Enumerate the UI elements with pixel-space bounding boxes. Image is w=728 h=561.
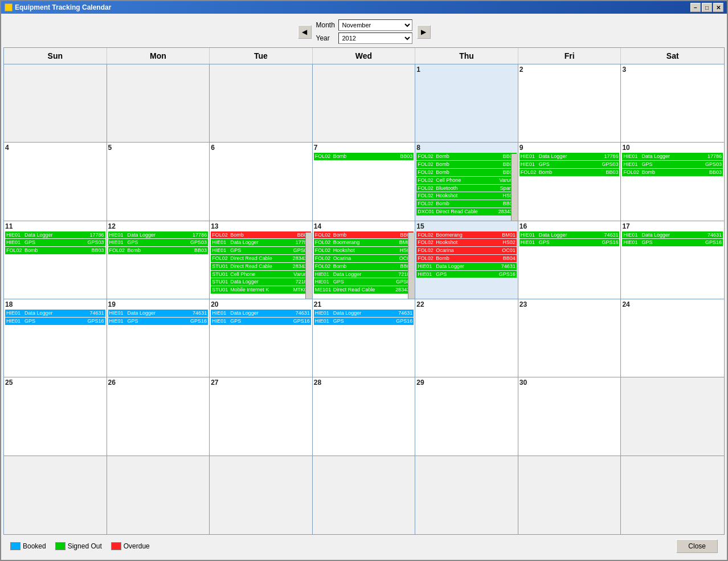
event-item[interactable]: HIE01GPSGPS03 xyxy=(108,239,208,246)
calendar-cell[interactable]: 9HIE01Data Logger17786HIE01GPSGPS03FOL02… xyxy=(518,143,621,220)
event-item[interactable]: HIE01Data Logger17786 xyxy=(622,153,723,160)
event-item[interactable]: HIE01Data Logger17786 xyxy=(520,153,620,160)
calendar-cell[interactable] xyxy=(107,456,210,534)
event-item[interactable]: HIE01GPSGPS16 xyxy=(416,271,517,278)
calendar-cell[interactable] xyxy=(313,456,416,534)
calendar-cell[interactable]: 23 xyxy=(518,299,621,377)
year-select[interactable]: 2012 xyxy=(338,32,412,44)
calendar-cell[interactable]: 10HIE01Data Logger17786HIE01GPSGPS03FOL0… xyxy=(621,143,724,220)
prev-month-button[interactable]: ◀ xyxy=(298,25,312,39)
event-item[interactable]: FOL02BombBB01 xyxy=(416,153,517,160)
event-item[interactable]: FOL02BombBB03 xyxy=(108,247,208,254)
calendar-cell[interactable]: 22 xyxy=(415,299,518,377)
event-item[interactable]: FOL02OcarinaOC01 xyxy=(314,255,414,262)
event-item[interactable]: FOL02BombBB03 xyxy=(211,231,311,239)
calendar-cell[interactable]: 27 xyxy=(210,377,313,455)
event-item[interactable]: FOL02BoomerangBM01 xyxy=(416,231,517,239)
event-item[interactable]: FOL02BombBB03 xyxy=(622,169,723,176)
calendar-cell[interactable]: 26 xyxy=(107,377,210,455)
calendar-cell[interactable]: 25 xyxy=(4,377,107,455)
calendar-cell[interactable]: 20HIE01Data Logger74631HIE01GPSGPS16 xyxy=(210,299,313,377)
event-item[interactable]: HIE01Data Logger17786 xyxy=(108,231,208,239)
event-item[interactable]: FOL02BombBB03 xyxy=(416,169,517,176)
event-item[interactable]: HIE01Data Logger17786 xyxy=(211,239,311,246)
calendar-cell[interactable]: 4 xyxy=(4,143,107,220)
event-item[interactable]: HIE01Data Logger72184 xyxy=(314,271,414,278)
calendar-cell[interactable]: 18HIE01Data Logger74631HIE01GPSGPS16 xyxy=(4,299,107,377)
event-item[interactable]: STU01Cell PhoneVaruna xyxy=(211,271,311,278)
event-item[interactable]: STU01Data Logger72184 xyxy=(211,278,311,286)
calendar-cell[interactable]: 12HIE01Data Logger17786HIE01GPSGPS03FOL0… xyxy=(107,221,210,299)
scroll-indicator[interactable] xyxy=(511,154,518,220)
calendar-cell[interactable]: 8FOL02BombBB01FOL02BombBB02FOL02BombBB03… xyxy=(415,143,518,220)
event-item[interactable]: HIE01GPSGPS16 xyxy=(622,239,723,246)
calendar-cell[interactable]: 17HIE01Data Logger74631HIE01GPSGPS16 xyxy=(621,221,724,299)
event-item[interactable]: DXC01Direct Read Cable283437 xyxy=(416,208,517,216)
close-button[interactable]: Close xyxy=(676,539,718,553)
event-item[interactable]: STU01Direct Read Cable283433 xyxy=(211,263,311,270)
calendar-cell[interactable] xyxy=(518,456,621,534)
maximize-button[interactable]: □ xyxy=(702,3,712,12)
calendar-cell[interactable]: 30 xyxy=(518,377,621,455)
event-item[interactable]: FOL02HookshotHS02 xyxy=(314,247,414,254)
calendar-cell[interactable] xyxy=(621,456,724,534)
event-item[interactable]: HIE01Data Logger74631 xyxy=(5,310,105,317)
calendar-cell[interactable] xyxy=(4,64,107,142)
event-item[interactable]: HIE01GPSGPS03 xyxy=(211,247,311,254)
event-item[interactable]: HIE01Data Logger74631 xyxy=(520,231,620,239)
event-item[interactable]: FOL02BombBB03 xyxy=(314,153,414,160)
event-item[interactable]: FOL02OcarinaOC01 xyxy=(416,247,517,254)
calendar-cell[interactable]: 19HIE01Data Logger74631HIE01GPSGPS16 xyxy=(107,299,210,377)
event-item[interactable]: HIE01GPSGPS03 xyxy=(314,278,414,286)
close-window-button[interactable]: ✕ xyxy=(713,3,723,12)
calendar-cell[interactable]: 16HIE01Data Logger74631HIE01GPSGPS16 xyxy=(518,221,621,299)
event-item[interactable]: FOL02BombBB03 xyxy=(520,169,620,176)
event-item[interactable]: FOL02BombBB04 xyxy=(416,255,517,262)
calendar-cell[interactable]: 1 xyxy=(415,64,518,142)
event-item[interactable]: FOL02BoomerangBM01 xyxy=(314,239,414,246)
event-item[interactable]: HIE01Data Logger74631 xyxy=(416,263,517,270)
calendar-cell[interactable]: 7FOL02BombBB03 xyxy=(313,143,416,220)
event-item[interactable]: FOL02BombBB03 xyxy=(314,231,414,239)
event-item[interactable]: HIE01Data Logger74631 xyxy=(314,310,414,317)
event-item[interactable]: ME101Direct Read Cable283437 xyxy=(314,286,414,294)
event-item[interactable]: FOL02BombBB03 xyxy=(5,247,105,254)
event-item[interactable]: FOL02BombBB04 xyxy=(314,263,414,270)
event-item[interactable]: HIE01GPSGPS16 xyxy=(108,318,208,325)
calendar-cell[interactable]: 13FOL02BombBB03HIE01Data Logger17786HIE0… xyxy=(210,221,313,299)
calendar-cell[interactable] xyxy=(210,456,313,534)
event-item[interactable]: HIE01GPSGPS16 xyxy=(314,318,414,325)
calendar-cell[interactable]: 21HIE01Data Logger74631HIE01GPSGPS16 xyxy=(313,299,416,377)
event-item[interactable]: HIE01GPSGPS16 xyxy=(520,239,620,246)
calendar-cell[interactable] xyxy=(313,64,416,142)
calendar-cell[interactable] xyxy=(621,377,724,455)
next-month-button[interactable]: ▶ xyxy=(417,25,431,39)
event-item[interactable]: FOL02Cell PhoneVaruna xyxy=(416,177,517,184)
event-item[interactable]: FOL02Direct Read Cable283433 xyxy=(211,255,311,262)
scroll-indicator[interactable] xyxy=(408,233,415,299)
calendar-cell[interactable]: 6 xyxy=(210,143,313,220)
calendar-cell[interactable] xyxy=(210,64,313,142)
event-item[interactable]: FOL02HookshotHS02 xyxy=(416,239,517,246)
event-item[interactable]: FOL02BombBB02 xyxy=(416,161,517,168)
minimize-button[interactable]: − xyxy=(690,3,701,12)
calendar-cell[interactable]: 5 xyxy=(107,143,210,220)
calendar-cell[interactable]: 15FOL02BoomerangBM01FOL02HookshotHS02FOL… xyxy=(415,221,518,299)
calendar-cell[interactable] xyxy=(415,456,518,534)
calendar-cell[interactable]: 11HIE01Data Logger17786HIE01GPSGPS03FOL0… xyxy=(4,221,107,299)
event-item[interactable]: HIE01GPSGPS03 xyxy=(5,239,105,246)
calendar-cell[interactable]: 3 xyxy=(621,64,724,142)
event-item[interactable]: STU01Mobile Internet KMTK04 xyxy=(211,286,311,294)
event-item[interactable]: HIE01Data Logger17786 xyxy=(5,231,105,239)
event-item[interactable]: HIE01Data Logger74631 xyxy=(622,231,723,239)
calendar-cell[interactable]: 14FOL02BombBB03FOL02BoomerangBM01FOL02Ho… xyxy=(313,221,416,299)
calendar-cell[interactable] xyxy=(4,456,107,534)
event-item[interactable]: FOL02BombBB03 xyxy=(416,200,517,208)
calendar-cell[interactable] xyxy=(107,64,210,142)
calendar-cell[interactable]: 24 xyxy=(621,299,724,377)
scroll-indicator[interactable] xyxy=(305,233,312,299)
event-item[interactable]: FOL02HookshotHS01 xyxy=(416,192,517,200)
event-item[interactable]: HIE01GPSGPS16 xyxy=(5,318,105,325)
calendar-cell[interactable]: 29 xyxy=(415,377,518,455)
calendar-cell[interactable]: 28 xyxy=(313,377,416,455)
